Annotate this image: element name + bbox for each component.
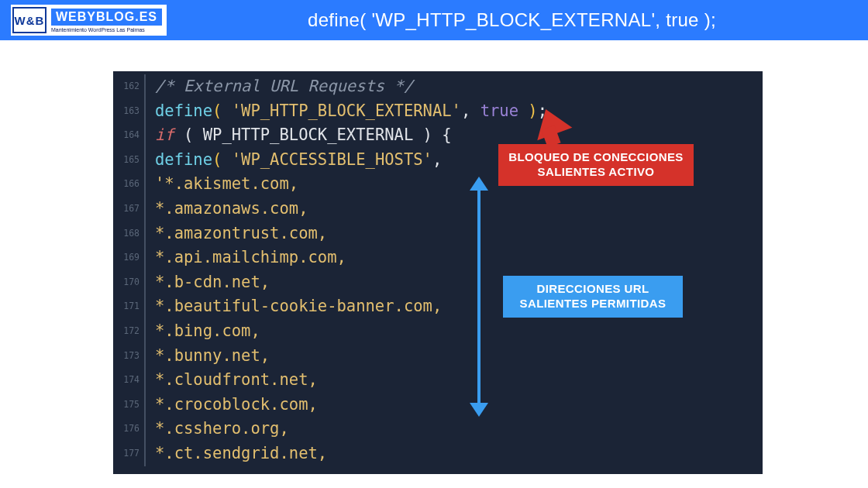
code-text: *.beautiful-cookie-banner.com, <box>146 294 442 319</box>
line-number: 168 <box>113 222 146 246</box>
code-text: *.bunny.net, <box>146 344 270 369</box>
line-number: 176 <box>113 417 146 442</box>
line-number: 167 <box>113 197 146 222</box>
logo: W&B WEBYBLOG.ES Mantenimiento WordPress … <box>11 5 167 36</box>
line-number: 165 <box>113 148 146 173</box>
code-text: define( 'WP_HTTP_BLOCK_EXTERNAL', true )… <box>146 99 547 124</box>
code-text: *.crocoblock.com, <box>146 393 318 418</box>
content-stage: 162/* External URL Requests */163define(… <box>0 40 868 488</box>
code-line: 172*.bing.com, <box>113 319 763 344</box>
code-text: if ( WP_HTTP_BLOCK_EXTERNAL ) { <box>146 123 452 148</box>
code-line: 177*.ct.sendgrid.net, <box>113 442 763 466</box>
line-number: 164 <box>113 123 146 148</box>
line-number: 171 <box>113 294 146 319</box>
line-number: 169 <box>113 246 146 270</box>
code-text: *.amazontrust.com, <box>146 222 327 246</box>
line-number: 163 <box>113 99 146 124</box>
logo-text-group: WEBYBLOG.ES Mantenimiento WordPress Las … <box>51 9 162 33</box>
line-number: 172 <box>113 319 146 344</box>
code-block: 162/* External URL Requests */163define(… <box>113 71 763 466</box>
code-line: 163define( 'WP_HTTP_BLOCK_EXTERNAL', tru… <box>113 99 763 124</box>
code-line: 176*.csshero.org, <box>113 417 763 442</box>
code-text: *.ct.sendgrid.net, <box>146 442 327 466</box>
line-number: 173 <box>113 344 146 369</box>
line-number: 162 <box>113 74 146 99</box>
code-text: *.csshero.org, <box>146 417 289 442</box>
code-line: 167*.amazonaws.com, <box>113 197 763 222</box>
code-line: 175*.crocoblock.com, <box>113 393 763 418</box>
code-text: *.cloudfront.net, <box>146 368 318 393</box>
page-title: define( 'WP_HTTP_BLOCK_EXTERNAL', true )… <box>167 9 857 31</box>
line-number: 175 <box>113 393 146 418</box>
code-line: 168*.amazontrust.com, <box>113 222 763 246</box>
code-line: 162/* External URL Requests */ <box>113 74 763 99</box>
code-text: *.api.mailchimp.com, <box>146 246 346 270</box>
code-text: *.amazonaws.com, <box>146 197 308 222</box>
line-number: 177 <box>113 442 146 466</box>
code-text: *.bing.com, <box>146 319 260 344</box>
code-line: 169*.api.mailchimp.com, <box>113 246 763 270</box>
annotation-blue-label: DIRECCIONES URL SALIENTES PERMITIDAS <box>503 276 683 318</box>
logo-tagline: Mantenimiento WordPress Las Palmas <box>51 27 145 33</box>
code-editor: 162/* External URL Requests */163define(… <box>113 71 763 474</box>
code-text: /* External URL Requests */ <box>146 74 413 99</box>
double-arrow-down-icon <box>470 403 488 417</box>
line-number: 166 <box>113 172 146 197</box>
line-number: 170 <box>113 270 146 295</box>
code-text: *.b-cdn.net, <box>146 270 270 295</box>
code-line: 174*.cloudfront.net, <box>113 368 763 393</box>
logo-badge: W&B <box>12 7 46 33</box>
code-text: define( 'WP_ACCESSIBLE_HOSTS', <box>146 148 442 173</box>
header-bar: W&B WEBYBLOG.ES Mantenimiento WordPress … <box>0 0 868 40</box>
logo-name: WEBYBLOG.ES <box>51 9 162 26</box>
annotation-red-label: BLOQUEO DE CONECCIONES SALIENTES ACTIVO <box>498 144 694 186</box>
code-text: '*.akismet.com, <box>146 172 298 197</box>
code-line: 173*.bunny.net, <box>113 344 763 369</box>
line-number: 174 <box>113 368 146 393</box>
double-arrow-line-icon <box>477 187 480 407</box>
